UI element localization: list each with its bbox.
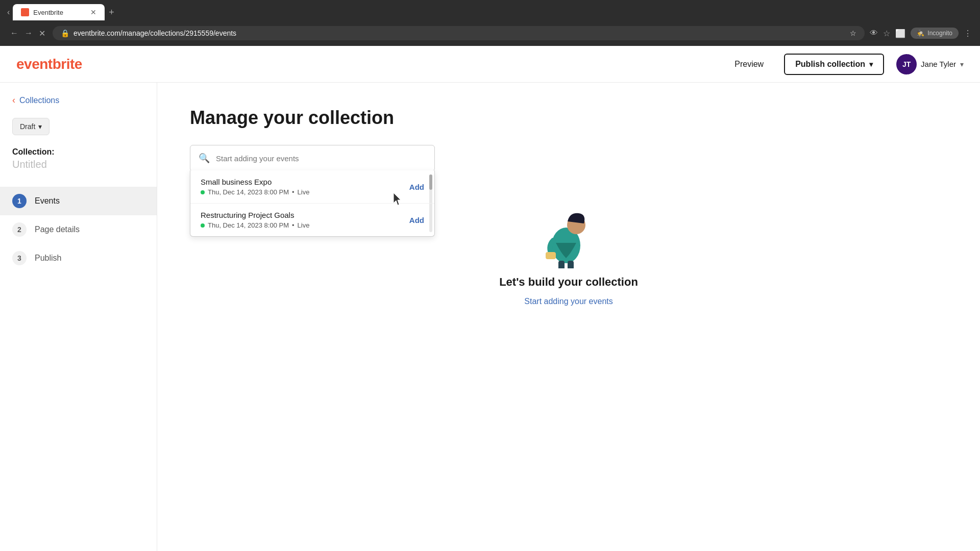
page-title: Manage your collection [190, 107, 947, 129]
sidebar-back-nav[interactable]: ‹ Collections [0, 95, 157, 114]
search-dropdown: Small business Expo Thu, Dec 14, 2023 8:… [190, 170, 435, 237]
tab-favicon [21, 8, 29, 16]
empty-illustration [538, 202, 599, 263]
event-meta: Thu, Dec 14, 2023 8:00 PM • Live [201, 188, 309, 196]
publish-label: Publish collection [795, 60, 865, 69]
sidebar: ‹ Collections Draft ▾ Collection: Untitl… [0, 83, 157, 551]
event-separator: • [292, 221, 295, 229]
publish-chevron-icon: ▾ [869, 60, 873, 68]
star-icon[interactable]: ☆ [850, 29, 856, 37]
tab-nav-back[interactable]: ‹ [4, 6, 13, 19]
incognito-label: Incognito [927, 30, 952, 37]
start-adding-button[interactable]: Start adding your events [524, 297, 612, 306]
step-number: 3 [12, 251, 27, 265]
search-box[interactable]: 🔍 [190, 145, 435, 171]
preview-button[interactable]: Preview [726, 56, 772, 73]
sidebar-item-publish[interactable]: 3 Publish [0, 244, 157, 272]
sidebar-item-events[interactable]: 1 Events [0, 187, 157, 215]
back-arrow-icon: ‹ [12, 95, 15, 106]
browser-chrome: ‹ Eventbrite ✕ + ← → ✕ 🔒 ☆ 👁 ☆ ⬜ 🕵 Incog… [0, 0, 980, 46]
event-date: Thu, Dec 14, 2023 8:00 PM [208, 221, 289, 229]
event-meta: Thu, Dec 14, 2023 8:00 PM • Live [201, 221, 309, 229]
add-event-button-2[interactable]: Add [409, 216, 424, 224]
collection-title: Untitled [0, 159, 157, 187]
user-name: Jane Tyler [921, 60, 956, 68]
event-info: Restructuring Project Goals Thu, Dec 14,… [201, 211, 309, 229]
event-date: Thu, Dec 14, 2023 8:00 PM [208, 188, 289, 196]
add-event-button-1[interactable]: Add [409, 183, 424, 191]
incognito-icon: 🕵 [917, 30, 924, 37]
search-input[interactable] [216, 154, 426, 163]
search-container: 🔍 Small business Expo Thu, Dec 14, 2023 … [190, 145, 435, 171]
svg-rect-3 [558, 261, 565, 268]
collection-label: Collection: [0, 147, 157, 157]
svg-rect-2 [546, 252, 556, 259]
nav-controls: ← → ✕ [8, 27, 47, 40]
browser-tab-active[interactable]: Eventbrite ✕ [13, 4, 105, 20]
draft-label: Draft [20, 122, 35, 131]
forward-button[interactable]: → [22, 27, 35, 40]
step-number: 1 [12, 194, 27, 208]
browser-tab-bar: ‹ Eventbrite ✕ + [0, 0, 980, 20]
user-chevron-icon: ▾ [960, 60, 964, 68]
incognito-badge: 🕵 Incognito [911, 28, 959, 39]
main-content: Manage your collection 🔍 Small business … [157, 83, 980, 551]
draft-chevron-icon: ▾ [38, 122, 42, 131]
extensions-button[interactable]: 👁 [870, 29, 878, 38]
address-bar[interactable]: 🔒 ☆ [53, 26, 865, 40]
sidebar-item-page-details[interactable]: 2 Page details [0, 215, 157, 244]
profile-button[interactable]: ⬜ [895, 29, 905, 38]
search-icon: 🔍 [199, 153, 210, 164]
live-status-dot [201, 190, 205, 194]
collections-link[interactable]: Collections [19, 96, 59, 105]
logo-text: eventbrite [16, 56, 82, 72]
event-status: Live [298, 188, 310, 196]
event-info: Small business Expo Thu, Dec 14, 2023 8:… [201, 178, 309, 196]
step-label: Publish [35, 254, 61, 263]
event-name: Small business Expo [201, 178, 309, 186]
list-item: Restructuring Project Goals Thu, Dec 14,… [190, 204, 434, 236]
avatar: JT [896, 54, 917, 74]
nav-steps: 1 Events 2 Page details 3 Publish [0, 187, 157, 272]
step-label: Events [35, 196, 60, 206]
bookmark-button[interactable]: ☆ [883, 29, 890, 38]
svg-rect-4 [568, 261, 574, 268]
list-item: Small business Expo Thu, Dec 14, 2023 8:… [190, 170, 434, 204]
new-tab-button[interactable]: + [105, 5, 118, 20]
publish-collection-button[interactable]: Publish collection ▾ [784, 54, 884, 75]
person-illustration [538, 202, 594, 268]
event-name: Restructuring Project Goals [201, 211, 309, 219]
browser-actions: 👁 ☆ ⬜ 🕵 Incognito ⋮ [870, 28, 972, 39]
more-options-button[interactable]: ⋮ [964, 29, 972, 38]
eventbrite-logo[interactable]: eventbrite [16, 56, 82, 72]
empty-title: Let's build your collection [499, 276, 638, 289]
main-layout: ‹ Collections Draft ▾ Collection: Untitl… [0, 83, 980, 551]
live-status-dot [201, 223, 205, 228]
user-menu[interactable]: JT Jane Tyler ▾ [896, 54, 964, 74]
browser-address-bar: ← → ✕ 🔒 ☆ 👁 ☆ ⬜ 🕵 Incognito ⋮ [0, 20, 980, 46]
tab-title: Eventbrite [33, 9, 63, 16]
app-header: eventbrite Preview Publish collection ▾ … [0, 46, 980, 83]
step-number: 2 [12, 222, 27, 237]
event-status: Live [298, 221, 310, 229]
step-label: Page details [35, 225, 80, 234]
lock-icon: 🔒 [61, 29, 69, 37]
header-right: Preview Publish collection ▾ JT Jane Tyl… [726, 54, 964, 75]
reload-button[interactable]: ✕ [37, 27, 47, 40]
url-input[interactable] [74, 29, 846, 37]
back-button[interactable]: ← [8, 27, 20, 40]
draft-selector[interactable]: Draft ▾ [12, 118, 50, 135]
event-separator: • [292, 188, 295, 196]
close-tab-button[interactable]: ✕ [90, 8, 96, 16]
